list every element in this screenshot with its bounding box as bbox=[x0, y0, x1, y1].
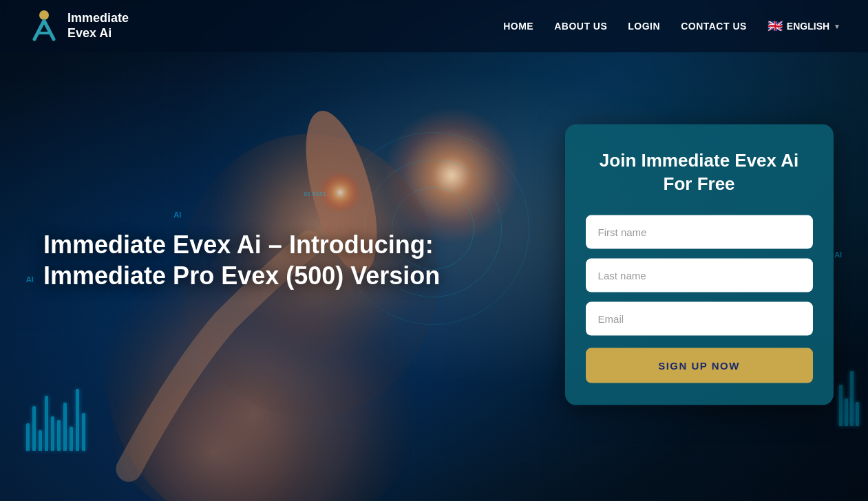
hero-title: Immediate Evex Ai – Introducing: Immedia… bbox=[43, 229, 498, 291]
ai-label-2: AI bbox=[173, 211, 181, 219]
chevron-down-icon: ▼ bbox=[834, 23, 840, 30]
signup-panel: Join Immediate Evex Ai For Free SIGN UP … bbox=[565, 125, 834, 405]
right-data-bars bbox=[839, 371, 859, 426]
bar-6 bbox=[57, 420, 61, 451]
rbar-4 bbox=[856, 402, 859, 426]
navigation: Immediate Evex Ai HOME ABOUT US LOGIN CO… bbox=[0, 0, 868, 52]
svg-point-5 bbox=[39, 10, 49, 20]
bar-3 bbox=[39, 430, 42, 451]
bar-9 bbox=[76, 389, 79, 451]
rbar-1 bbox=[839, 385, 843, 426]
logo-icon bbox=[28, 8, 61, 44]
logo-line1: Immediate bbox=[67, 11, 129, 26]
nav-contact[interactable]: CONTACT US bbox=[681, 21, 747, 32]
logo-line2: Evex Ai bbox=[67, 26, 129, 41]
language-selector[interactable]: 🇬🇧 ENGLISH ▼ bbox=[768, 19, 840, 34]
nav-links: HOME ABOUT US LOGIN CONTACT US 🇬🇧 ENGLIS… bbox=[503, 19, 840, 34]
nav-login[interactable]: LOGIN bbox=[628, 21, 660, 32]
rbar-3 bbox=[850, 371, 854, 426]
ai-label-1: AI bbox=[26, 275, 34, 284]
bar-7 bbox=[63, 403, 67, 451]
panel-title: Join Immediate Evex Ai For Free bbox=[586, 149, 813, 196]
logo[interactable]: Immediate Evex Ai bbox=[28, 8, 129, 44]
signup-button[interactable]: SIGN UP NOW bbox=[586, 348, 813, 383]
language-label: ENGLISH bbox=[787, 21, 829, 32]
bar-10 bbox=[82, 413, 85, 451]
flag-icon: 🇬🇧 bbox=[768, 19, 783, 34]
bar-5 bbox=[51, 416, 54, 451]
email-input[interactable] bbox=[586, 301, 813, 335]
bar-1 bbox=[26, 423, 30, 451]
last-name-input[interactable] bbox=[586, 258, 813, 292]
hero-content: Immediate Evex Ai – Introducing: Immedia… bbox=[43, 229, 498, 291]
ai-label-3: AI bbox=[834, 250, 842, 259]
first-name-input[interactable] bbox=[586, 215, 813, 248]
nav-about[interactable]: ABOUT US bbox=[554, 21, 607, 32]
rbar-2 bbox=[845, 398, 848, 426]
logo-text: Immediate Evex Ai bbox=[67, 11, 129, 41]
binary-label: 01 0101 bbox=[304, 191, 326, 198]
bar-2 bbox=[32, 406, 36, 451]
nav-home[interactable]: HOME bbox=[503, 21, 533, 32]
bar-4 bbox=[45, 396, 48, 451]
bar-8 bbox=[70, 427, 73, 451]
left-data-bars bbox=[26, 389, 85, 451]
